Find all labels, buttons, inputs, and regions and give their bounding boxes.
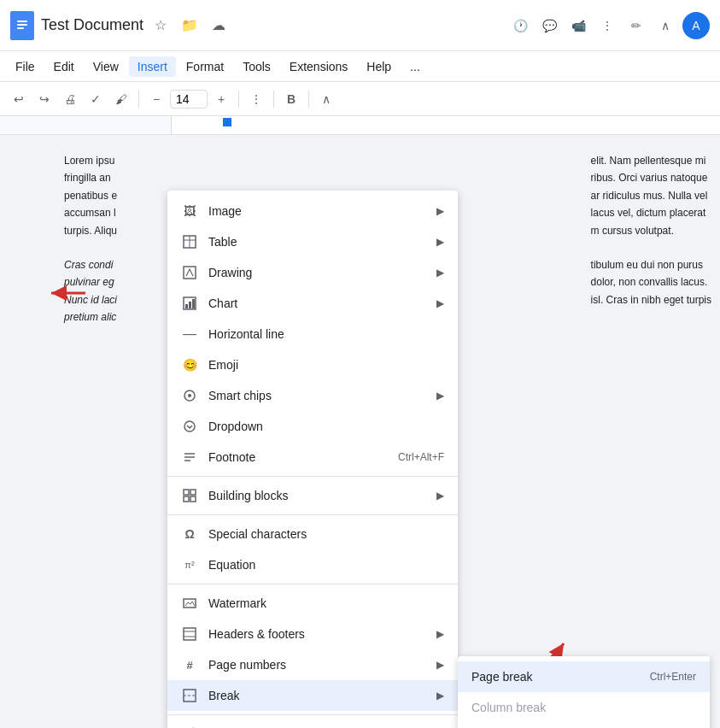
menu-insert[interactable]: Insert [129, 56, 176, 77]
svg-point-14 [188, 394, 191, 397]
font-size-display[interactable]: 14 [170, 90, 208, 109]
paintformat-btn[interactable]: 🖌 [109, 87, 133, 111]
meet-icon[interactable]: 📹 [566, 14, 590, 38]
top-bar: Test Document ☆ 📁 ☁ 🕐 💬 📹 ⋮ ✏ ∧ A [0, 0, 720, 51]
font-size-decrease[interactable]: − [144, 87, 168, 111]
svg-rect-22 [190, 496, 196, 502]
redo-btn[interactable]: ↪ [32, 87, 56, 111]
insert-dropdown-menu: 🖼 Image ▶ Table ▶ Drawing ▶ Chart ▶ [167, 191, 458, 728]
equation-icon: π² [181, 556, 198, 573]
arrow-icon: ▶ [436, 659, 444, 671]
menu-item-equation[interactable]: π² Equation [167, 549, 458, 580]
doc-title[interactable]: Test Document [41, 16, 143, 34]
edit-icon[interactable]: ✏ [624, 14, 648, 38]
spellcheck-btn[interactable]: ✓ [84, 87, 108, 111]
menu-item-image[interactable]: 🖼 Image ▶ [167, 196, 458, 226]
arrow-icon: ▶ [436, 490, 444, 502]
svg-rect-20 [190, 490, 196, 495]
collapse-format-btn[interactable]: ∧ [314, 87, 338, 111]
svg-rect-11 [189, 302, 191, 308]
cloud-icon[interactable]: ☁ [207, 14, 231, 38]
svg-rect-1 [17, 21, 27, 22]
watermark-icon [181, 595, 198, 612]
special-chars-icon: Ω [181, 525, 198, 543]
menu-item-emoji[interactable]: 😊 Emoji [167, 349, 458, 380]
menu-file[interactable]: File [7, 56, 44, 77]
comments-icon[interactable]: 💬 [537, 14, 561, 38]
ruler [0, 116, 720, 135]
font-size-area: − 14 + [144, 87, 233, 111]
menu-item-special-chars[interactable]: Ω Special characters [167, 519, 458, 549]
dropdown-icon [181, 418, 198, 435]
star-icon[interactable]: ☆ [149, 14, 173, 38]
arrow-icon: ▶ [436, 267, 444, 279]
svg-rect-24 [184, 628, 196, 640]
folder-icon[interactable]: 📁 [178, 14, 202, 38]
menu-edit[interactable]: Edit [45, 56, 83, 77]
menu-item-building-blocks[interactable]: Building blocks ▶ [167, 480, 458, 511]
ruler-tab[interactable] [223, 118, 231, 126]
arrow-icon: ▶ [436, 390, 444, 402]
toolbar-right: 🕐 💬 📹 ⋮ ✏ ∧ A [508, 12, 710, 39]
doc-right-text: elit. Nam pellentesque mi ribus. Orci va… [591, 152, 711, 308]
arrow-icon: ▶ [436, 297, 444, 309]
menu-item-break[interactable]: Break ▶ [167, 680, 458, 711]
arrow-icon: ▶ [436, 690, 444, 702]
svg-rect-2 [17, 24, 27, 26]
table-icon [181, 233, 198, 250]
menu-item-dropdown[interactable]: Dropdown [167, 411, 458, 442]
app-icon [10, 11, 34, 40]
menu-more[interactable]: ... [401, 56, 429, 77]
sep3 [273, 91, 274, 108]
menu-item-horizontal-line[interactable]: — Horizontal line [167, 319, 458, 349]
chart-icon [181, 295, 198, 312]
svg-rect-12 [192, 299, 195, 308]
menu-item-page-numbers[interactable]: # Page numbers ▶ [167, 649, 458, 680]
menu-item-smart-chips[interactable]: Smart chips ▶ [167, 380, 458, 411]
footnote-icon [181, 449, 198, 466]
svg-rect-10 [185, 304, 188, 308]
svg-point-15 [184, 421, 195, 432]
more-options-btn[interactable]: ⋮ [244, 87, 268, 111]
menu-bar: File Edit View Insert Format Tools Exten… [0, 51, 720, 82]
history-icon[interactable]: 🕐 [508, 14, 532, 38]
menu-item-chart[interactable]: Chart ▶ [167, 288, 458, 319]
undo-btn[interactable]: ↩ [7, 87, 31, 111]
svg-rect-3 [17, 27, 24, 29]
format-bar: ↩ ↪ 🖨 ✓ 🖌 − 14 + ⋮ B ∧ [0, 82, 720, 116]
headers-footers-icon [181, 625, 198, 643]
menu-tools[interactable]: Tools [234, 56, 279, 77]
menu-item-headers-footers[interactable]: Headers & footers ▶ [167, 619, 458, 649]
sep1 [138, 91, 139, 108]
print-btn[interactable]: 🖨 [58, 87, 82, 111]
menu-item-table[interactable]: Table ▶ [167, 226, 458, 257]
divider-3 [167, 584, 458, 584]
submenu-item-column-break: Column break [458, 692, 710, 723]
menu-item-footnote[interactable]: Footnote Ctrl+Alt+F [167, 442, 458, 473]
page-numbers-icon: # [181, 656, 198, 673]
svg-rect-21 [184, 496, 189, 502]
menu-format[interactable]: Format [178, 56, 232, 77]
smart-chips-icon [181, 387, 198, 404]
collapse-icon[interactable]: ∧ [653, 14, 677, 38]
submenu-item-section-break-next[interactable]: Section break (next page) [458, 723, 710, 728]
submenu-item-page-break[interactable]: Page break Ctrl+Enter [458, 661, 710, 692]
avatar[interactable]: A [682, 12, 710, 39]
divider-4 [167, 714, 458, 715]
menu-item-drawing[interactable]: Drawing ▶ [167, 257, 458, 288]
menu-item-watermark[interactable]: Watermark [167, 588, 458, 619]
font-size-increase[interactable]: + [209, 87, 233, 111]
more-icon[interactable]: ⋮ [595, 14, 619, 38]
menu-item-link[interactable]: 🔗 Link Ctrl+K [167, 719, 458, 728]
svg-rect-19 [184, 490, 189, 495]
menu-help[interactable]: Help [358, 56, 400, 77]
menu-extensions[interactable]: Extensions [281, 56, 356, 77]
sep4 [308, 91, 309, 108]
drawing-icon [181, 264, 198, 281]
divider-2 [167, 514, 458, 515]
sep2 [238, 91, 239, 108]
arrow-icon: ▶ [436, 628, 444, 640]
bold-btn[interactable]: B [279, 87, 303, 111]
doc-left-text: Lorem ipsu fringilla an penatibus e accu… [64, 152, 117, 326]
menu-view[interactable]: View [85, 56, 127, 77]
